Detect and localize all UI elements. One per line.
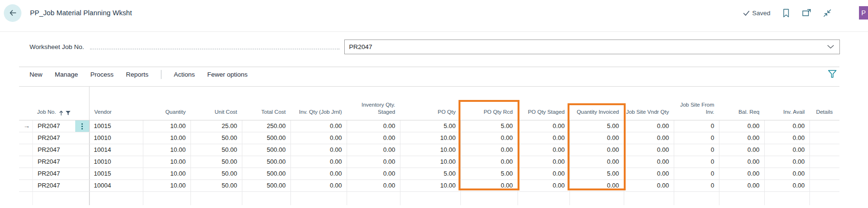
cell-unit-cost[interactable]: 25.00 xyxy=(190,120,242,132)
cell-unit-cost[interactable]: 50.00 xyxy=(190,156,242,168)
cell-inv-avail[interactable]: 0.00 xyxy=(764,180,809,191)
row-selector-cell[interactable] xyxy=(19,180,32,191)
cell-total-cost[interactable]: 500.00 xyxy=(242,144,290,156)
header-details[interactable]: Details xyxy=(809,87,839,120)
collapse-icon[interactable] xyxy=(822,8,832,18)
cell-quantity-invoiced[interactable]: 0.00 xyxy=(569,156,624,168)
cell-job-no[interactable]: PR2047 xyxy=(32,180,90,191)
back-button[interactable] xyxy=(4,4,21,22)
row-menu-button[interactable] xyxy=(75,120,89,132)
table-row[interactable]: PR20471000410.0050.00500.000.000.0010.00… xyxy=(19,180,839,192)
chevron-down-icon[interactable] xyxy=(824,45,839,49)
cell-job-site-vndr-qty[interactable]: 0.00 xyxy=(624,132,674,144)
cell-po-qty-staged[interactable]: 0.00 xyxy=(518,180,569,191)
cell-po-qty-staged[interactable]: 0.00 xyxy=(518,132,569,144)
open-in-window-icon[interactable] xyxy=(802,8,811,18)
cell-inventory-qty-staged[interactable]: 0.00 xyxy=(347,168,400,179)
cell-inv-qty-job-jrnl[interactable]: 0.00 xyxy=(290,180,347,191)
header-total-cost[interactable]: Total Cost xyxy=(242,87,290,120)
filter-funnel-icon[interactable] xyxy=(828,69,837,80)
menu-fewer-options[interactable]: Fewer options xyxy=(207,71,248,78)
table-row[interactable]: PR20471001510.0050.00500.000.000.005.005… xyxy=(19,168,839,180)
header-bal-req[interactable]: Bal. Req xyxy=(719,87,764,120)
cell-unit-cost[interactable]: 50.00 xyxy=(190,180,242,191)
cell-details[interactable] xyxy=(809,180,839,191)
cell-quantity-invoiced[interactable]: 0.00 xyxy=(569,144,624,156)
cell-inventory-qty-staged[interactable]: 0.00 xyxy=(347,120,400,132)
row-selector-cell[interactable] xyxy=(19,192,32,205)
cell-details[interactable] xyxy=(809,168,839,179)
header-po-qty-rcd[interactable]: PO Qty Rcd xyxy=(460,87,518,120)
row-selector-cell[interactable]: → xyxy=(19,120,32,132)
table-row[interactable]: PR20471001010.0050.00500.000.000.0010.00… xyxy=(19,156,839,168)
header-quantity[interactable]: Quantity xyxy=(143,87,190,120)
cell-details[interactable] xyxy=(809,132,839,144)
cell-po-qty-rcd[interactable]: 5.00 xyxy=(460,120,518,132)
cell-job-site-vndr-qty[interactable]: 0.00 xyxy=(624,180,674,191)
cell-vendor[interactable]: 10010 xyxy=(90,156,143,168)
table-row[interactable]: →PR20471001510.0025.00250.000.000.005.00… xyxy=(19,120,839,132)
cell-job-site-from-inv[interactable]: 0 xyxy=(674,168,719,179)
cell-bal-req[interactable]: 0.00 xyxy=(719,144,764,156)
header-inventory-qty-staged[interactable]: Inventory Qty. Staged xyxy=(347,87,400,120)
header-inv-qty-job-jrnl[interactable]: Inv. Qty (Job Jrnl) xyxy=(290,87,347,120)
cell-inv-qty-job-jrnl[interactable]: 0.00 xyxy=(290,168,347,179)
cell-inv-avail[interactable]: 0.00 xyxy=(764,120,809,132)
cell-job-site-vndr-qty[interactable]: 0.00 xyxy=(624,156,674,168)
cell-po-qty-staged[interactable]: 0.00 xyxy=(518,144,569,156)
cell-bal-req[interactable]: 0.00 xyxy=(719,132,764,144)
cell-quantity[interactable]: 10.00 xyxy=(143,156,190,168)
cell-quantity-invoiced[interactable]: 0.00 xyxy=(569,180,624,191)
cell-inventory-qty-staged[interactable]: 0.00 xyxy=(347,180,400,191)
cell-total-cost[interactable]: 500.00 xyxy=(242,156,290,168)
cell-inv-avail[interactable]: 0.00 xyxy=(764,156,809,168)
cell-job-site-vndr-qty[interactable]: 0.00 xyxy=(624,120,674,132)
cell-total-cost[interactable]: 500.00 xyxy=(242,180,290,191)
cell-inv-avail[interactable]: 0.00 xyxy=(764,168,809,179)
cell-job-no[interactable]: PR2047 xyxy=(32,120,90,132)
cell-bal-req[interactable]: 0.00 xyxy=(719,168,764,179)
header-job-site-vndr-qty[interactable]: Job Site Vndr Qty xyxy=(624,87,674,120)
cell-details[interactable] xyxy=(809,144,839,156)
cell-job-no[interactable]: PR2047 xyxy=(32,168,90,179)
cell-job-site-from-inv[interactable]: 0 xyxy=(674,156,719,168)
row-selector-cell[interactable] xyxy=(19,144,32,156)
cell-inventory-qty-staged[interactable]: 0.00 xyxy=(347,144,400,156)
cell-bal-req[interactable]: 0.00 xyxy=(719,120,764,132)
cell-job-site-from-inv[interactable]: 0 xyxy=(674,120,719,132)
cell-inv-qty-job-jrnl[interactable]: 0.00 xyxy=(290,144,347,156)
cell-vendor[interactable]: 10004 xyxy=(90,180,143,191)
cell-job-site-from-inv[interactable]: 0 xyxy=(674,180,719,191)
cell-total-cost[interactable]: 500.00 xyxy=(242,132,290,144)
cell-quantity-invoiced[interactable]: 5.00 xyxy=(569,168,624,179)
cell-inv-qty-job-jrnl[interactable]: 0.00 xyxy=(290,156,347,168)
cell-po-qty[interactable]: 10.00 xyxy=(400,156,460,168)
cell-inv-avail[interactable]: 0.00 xyxy=(764,132,809,144)
cell-job-no[interactable]: PR2047 xyxy=(32,156,90,168)
header-po-qty-staged[interactable]: PO Qty Staged xyxy=(518,87,569,120)
cell-po-qty-staged[interactable]: 0.00 xyxy=(518,120,569,132)
cell-total-cost[interactable]: 250.00 xyxy=(242,120,290,132)
worksheet-job-no-input[interactable] xyxy=(345,43,824,50)
menu-manage[interactable]: Manage xyxy=(55,71,78,78)
cell-inv-qty-job-jrnl[interactable]: 0.00 xyxy=(290,120,347,132)
cell-po-qty-rcd[interactable]: 0.00 xyxy=(460,132,518,144)
row-selector-cell[interactable] xyxy=(19,132,32,144)
cell-po-qty-staged[interactable]: 0.00 xyxy=(518,156,569,168)
cell-vendor[interactable]: 10010 xyxy=(90,132,143,144)
header-unit-cost[interactable]: Unit Cost xyxy=(190,87,242,120)
cell-bal-req[interactable]: 0.00 xyxy=(719,180,764,191)
row-selector-cell[interactable] xyxy=(19,156,32,168)
cell-po-qty-rcd[interactable]: 0.00 xyxy=(460,144,518,156)
cell-inventory-qty-staged[interactable]: 0.00 xyxy=(347,156,400,168)
table-row[interactable]: PR20471001010.0050.00500.000.000.0010.00… xyxy=(19,132,839,144)
menu-new[interactable]: New xyxy=(30,71,42,78)
cell-job-site-from-inv[interactable]: 0 xyxy=(674,132,719,144)
cell-po-qty-rcd[interactable]: 0.00 xyxy=(460,180,518,191)
header-po-qty[interactable]: PO Qty xyxy=(400,87,460,120)
header-inv-avail[interactable]: Inv. Avail xyxy=(764,87,809,120)
profile-badge[interactable]: P xyxy=(859,6,868,20)
cell-job-no[interactable]: PR2047 xyxy=(32,144,90,156)
row-selector-cell[interactable] xyxy=(19,168,32,179)
cell-bal-req[interactable]: 0.00 xyxy=(719,156,764,168)
